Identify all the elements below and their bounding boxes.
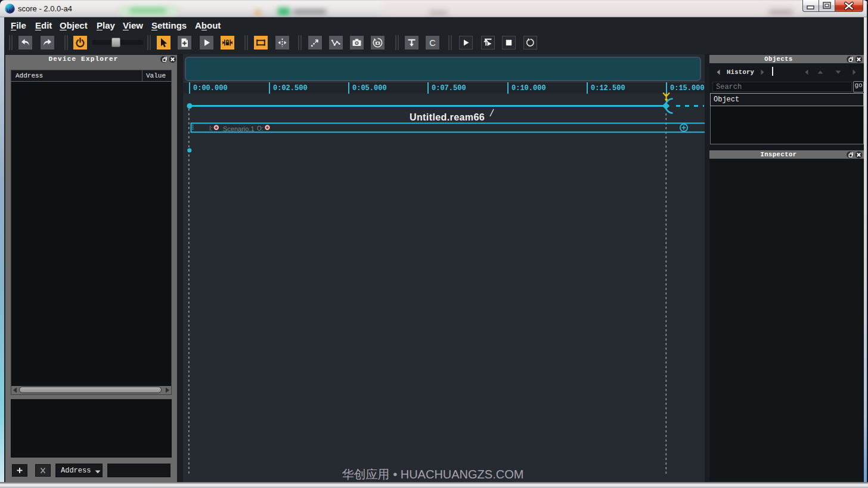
- svg-text:C: C: [429, 38, 435, 48]
